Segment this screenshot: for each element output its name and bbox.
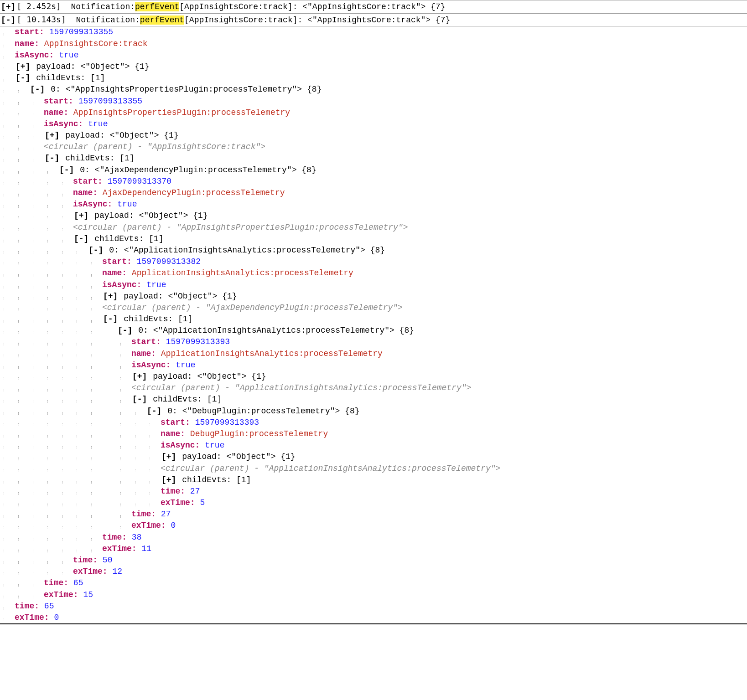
value-isasync: true: [176, 360, 195, 370]
key-time: time:: [161, 487, 185, 496]
key-start: start:: [131, 337, 161, 346]
divider: [0, 623, 747, 626]
value-isasync: true: [59, 51, 78, 60]
expand-toggle[interactable]: [+]: [15, 61, 31, 72]
value-extime: 0: [171, 521, 176, 530]
circular-ref: <circular (parent) - "AppInsightsCore:tr…: [44, 141, 747, 153]
payload-summary: <"Object"> {1}: [222, 452, 296, 461]
key-payload: payload:: [182, 452, 221, 461]
collapse-toggle[interactable]: [-]: [131, 394, 148, 405]
key-name: name:: [161, 429, 185, 438]
key-isasync: isAsync:: [73, 200, 112, 209]
collapse-toggle[interactable]: [-]: [0, 15, 16, 26]
collapse-toggle[interactable]: [-]: [117, 325, 133, 336]
expand-toggle[interactable]: [+]: [73, 210, 89, 221]
value-isasync: true: [146, 280, 166, 289]
collapse-toggle[interactable]: [-]: [146, 406, 162, 417]
key-time: time:: [15, 602, 39, 611]
collapse-toggle[interactable]: [-]: [73, 233, 89, 245]
key-childevts: childEvts:: [124, 314, 173, 324]
key-childevts: childEvts:: [182, 475, 231, 484]
child-header: <"AppInsightsPropertiesPlugin:processTel…: [61, 85, 322, 94]
collapse-toggle[interactable]: [-]: [88, 245, 104, 256]
key-name: name:: [102, 268, 127, 278]
key-childevts: childEvts:: [153, 395, 202, 404]
key-time: time:: [131, 510, 156, 519]
value-extime: 11: [141, 544, 151, 553]
expand-toggle[interactable]: [+]: [102, 291, 119, 302]
expand-toggle[interactable]: [+]: [0, 1, 16, 13]
value-time: 27: [161, 510, 171, 519]
notification-label: Notification:: [71, 2, 135, 11]
value-start: 1597099313382: [137, 257, 201, 266]
key-start: start:: [161, 418, 190, 427]
value-isasync: true: [88, 119, 108, 129]
expand-toggle[interactable]: [+]: [44, 130, 60, 141]
highlight-perfevent: perfEvent: [135, 2, 179, 11]
value-time: 65: [73, 578, 83, 587]
collapse-toggle[interactable]: [-]: [15, 72, 31, 84]
value-name: DebugPlugin:processTelemetry: [190, 429, 328, 438]
key-start: start:: [102, 257, 132, 266]
key-childevts: childEvts:: [65, 154, 114, 163]
collapse-toggle[interactable]: [-]: [44, 153, 60, 164]
child-header: <"ApplicationInsightsAnalytics:processTe…: [119, 246, 385, 255]
value-name: ApplicationInsightsAnalytics:processTele…: [161, 349, 383, 358]
payload-summary: <"Object"> {1}: [134, 211, 208, 220]
collapse-toggle[interactable]: [-]: [102, 314, 119, 325]
value-time: 27: [190, 487, 200, 496]
index-0: 0:: [138, 326, 148, 335]
key-childevts: childEvts:: [94, 234, 144, 243]
timestamp: [ 2.452s]: [16, 1, 61, 11]
key-isasync: isAsync:: [102, 280, 141, 289]
circular-ref: <circular (parent) - "ApplicationInsight…: [161, 463, 747, 474]
key-extime: exTime:: [102, 544, 137, 553]
expand-toggle[interactable]: [+]: [161, 474, 177, 486]
childevts-count: [1]: [202, 395, 222, 404]
index-0: 0:: [109, 246, 119, 255]
index-0: 0:: [80, 165, 90, 175]
key-time: time:: [73, 556, 98, 565]
child-header: <"AjaxDependencyPlugin:processTelemetry"…: [90, 165, 316, 175]
value-extime: 0: [54, 613, 59, 622]
value-extime: 5: [200, 498, 205, 507]
value-time: 50: [103, 556, 113, 565]
payload-summary: <"Object"> {1}: [192, 372, 266, 381]
key-name: name:: [44, 108, 68, 117]
key-start: start:: [15, 27, 44, 36]
payload-summary: <"Object"> {1}: [105, 131, 179, 140]
childevts-count: [1]: [231, 475, 251, 484]
value-start: 1597099313370: [108, 177, 171, 186]
value-name: AppInsightsPropertiesPlugin:processTelem…: [73, 108, 290, 117]
key-payload: payload:: [124, 292, 163, 301]
key-isasync: isAsync:: [15, 51, 54, 60]
expand-toggle[interactable]: [+]: [131, 371, 148, 382]
collapse-toggle[interactable]: [-]: [58, 165, 75, 176]
circular-ref: <circular (parent) - "AppInsightsPropert…: [73, 222, 747, 233]
debug-tree: [+] [ 2.452s] Notification:perfEvent[App…: [0, 0, 747, 626]
key-name: name:: [73, 188, 98, 197]
key-name: name:: [131, 349, 156, 358]
highlight-perfevent: perfEvent: [140, 15, 184, 25]
key-isasync: isAsync:: [161, 441, 200, 450]
value-time: 65: [44, 602, 54, 611]
collapse-toggle[interactable]: [-]: [29, 84, 46, 95]
notification-row-collapsed[interactable]: [+] [ 2.452s] Notification:perfEvent[App…: [0, 0, 747, 13]
key-isasync: isAsync:: [131, 360, 171, 370]
value-start: 1597099313393: [195, 418, 259, 427]
key-extime: exTime:: [15, 613, 49, 622]
child-header: <"ApplicationInsightsAnalytics:processTe…: [148, 326, 414, 335]
value-isasync: true: [205, 441, 224, 450]
payload-summary: <"Object"> {1}: [76, 62, 150, 71]
payload-summary: <"Object"> {1}: [163, 292, 237, 301]
notification-row-expanded[interactable]: [-] [ 10.143s] Notification:perfEvent[Ap…: [0, 13, 747, 26]
notification-rest: [AppInsightsCore:track]: <"AppInsightsCo…: [184, 15, 450, 25]
value-start: 1597099313355: [49, 27, 113, 36]
index-0: 0:: [167, 407, 177, 416]
expand-toggle[interactable]: [+]: [161, 451, 177, 463]
key-extime: exTime:: [73, 567, 108, 576]
key-childevts: childEvts:: [36, 73, 85, 82]
notification-rest: [AppInsightsCore:track]: <"AppInsightsCo…: [179, 2, 445, 11]
key-extime: exTime:: [161, 498, 195, 507]
key-start: start:: [44, 97, 73, 106]
